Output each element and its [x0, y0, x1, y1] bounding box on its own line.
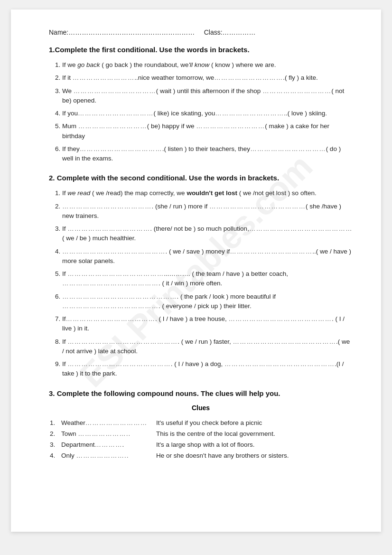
list-item: If it ………………………..nice weather tomorrow, …: [62, 73, 353, 83]
list-item: If ………………………………. (there/ not be ) so muc…: [62, 224, 353, 244]
section-2-list: If we read ( we /read) the map correctly…: [49, 188, 353, 378]
list-item: If they……………………………….( listen ) to their …: [62, 144, 353, 164]
list-item: If you……………………………( like) ice skating, yo…: [62, 109, 353, 118]
clue-description: It's useful if you check before a picnic: [155, 417, 353, 428]
worksheet-page: ESLPrintables.com Name:………………………………………………: [11, 9, 381, 532]
section-1-list: If we go back ( go back ) the roundabout…: [49, 60, 353, 163]
list-item: ………………………………………. ( we / save ) money if……: [62, 247, 353, 266]
name-label: Name:…………………………………………………: [49, 28, 195, 36]
table-row: 1. Weather……………………… It's useful if you c…: [49, 417, 353, 428]
section-1-title: 1.Complete the first conditional. Use th…: [49, 46, 353, 54]
table-row: 4. Only ………………….. He or she doesn't have…: [49, 450, 353, 461]
list-item: ………………………..…………………. ( the park / look ) …: [62, 292, 353, 311]
clues-table: 1. Weather……………………… It's useful if you c…: [49, 417, 353, 461]
list-item: If we go back ( go back ) the roundabout…: [62, 60, 353, 70]
list-item: Mum …………………………( be) happy if we ………………………: [62, 122, 353, 141]
clue-word: Weather………………………: [60, 417, 155, 428]
list-item: If…………………………………. ( I / have ) a tree hou…: [62, 314, 353, 334]
list-item: If …………………………………………. ( we / run ) faster…: [62, 337, 353, 357]
class-label: Class:……………: [204, 28, 256, 36]
section-2-title: 2. Complete with the second conditional.…: [49, 174, 353, 182]
clue-number: 4.: [49, 450, 60, 461]
section-1: 1.Complete the first conditional. Use th…: [49, 46, 353, 163]
clue-description: It's a large shop with a lot of floors.: [155, 439, 353, 450]
clue-number: 2.: [49, 428, 60, 439]
section-2: 2. Complete with the second conditional.…: [49, 174, 353, 378]
clue-number: 1.: [49, 417, 60, 428]
list-item: …………………………………. (she / run ) more if ……………: [62, 202, 353, 221]
list-item: If ………………………………………. ( I / have ) a dog, …: [62, 359, 353, 379]
clue-description: This is the centre of the local governme…: [155, 428, 353, 439]
clue-word: Only …………………..: [60, 450, 155, 461]
section-3: 3. Complete the following compound nouns…: [49, 389, 353, 461]
list-item: If we read ( we /read) the map correctly…: [62, 188, 353, 198]
section-3-title: 3. Complete the following compound nouns…: [49, 389, 353, 397]
clue-word: Town …………………..: [60, 428, 155, 439]
table-row: 2. Town ………………….. This is the centre of …: [49, 428, 353, 439]
clue-description: He or she doesn't have any brothers or s…: [155, 450, 353, 461]
clues-title: Clues: [49, 404, 353, 412]
list-item: If ……………………………………...………. ( the team / ha…: [62, 269, 353, 289]
clue-number: 3.: [49, 439, 60, 450]
header-line: Name:………………………………………………… Class:……………: [49, 28, 353, 36]
list-item: We ………………………………( wait ) until this after…: [62, 86, 353, 106]
table-row: 3. Department…………. It's a large shop wit…: [49, 439, 353, 450]
clue-word: Department………….: [60, 439, 155, 450]
